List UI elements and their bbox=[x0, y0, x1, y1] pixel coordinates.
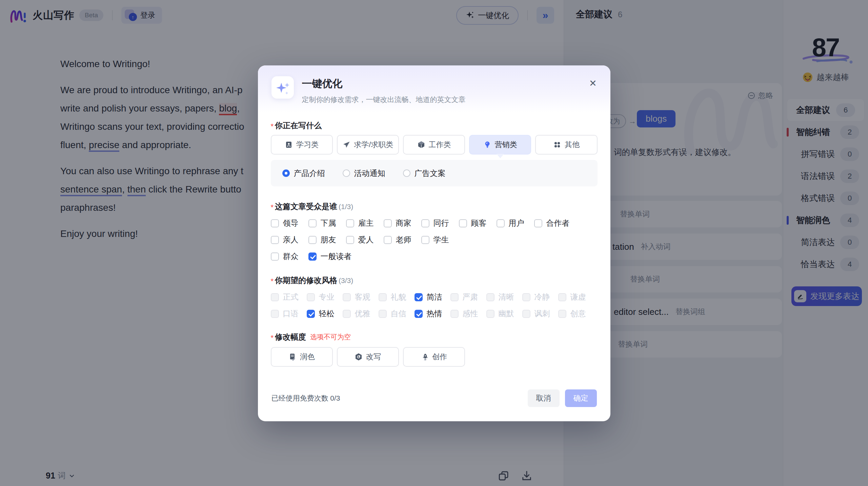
style-checkbox-colloquial[interactable]: 口语 bbox=[271, 308, 299, 319]
mode-create-button[interactable]: 创作 bbox=[403, 347, 465, 367]
radio-icon bbox=[343, 169, 350, 177]
tab-work[interactable]: 工作类 bbox=[403, 135, 465, 155]
style-checkbox-clear[interactable]: 清晰 bbox=[486, 292, 514, 302]
checkbox-icon bbox=[497, 219, 505, 227]
checkbox-icon bbox=[346, 219, 354, 227]
style-row-1: 正式 专业 客观 礼貌 简洁 严肃 清晰 冷静 谦虚 bbox=[271, 292, 598, 302]
style-checkbox-polite[interactable]: 礼貌 bbox=[379, 292, 406, 302]
audience-checkbox-partner[interactable]: 合作者 bbox=[534, 218, 570, 228]
audience-checkbox-employer[interactable]: 雇主 bbox=[346, 218, 374, 228]
rocket-icon bbox=[421, 353, 429, 361]
style-checkbox-modest[interactable]: 谦虚 bbox=[558, 292, 586, 302]
radio-product-intro[interactable]: 产品介绍 bbox=[282, 168, 325, 179]
checkbox-icon bbox=[522, 293, 530, 301]
free-usage-counter: 已经使用免费次数 0/3 bbox=[271, 393, 340, 403]
tab-application[interactable]: 求学/求职类 bbox=[337, 135, 399, 155]
audience-checkbox-customer[interactable]: 顾客 bbox=[459, 218, 487, 228]
checkbox-checked-icon bbox=[307, 310, 315, 318]
question-style: *你期望的修改风格(3/3) bbox=[271, 275, 598, 286]
audience-checkbox-teacher[interactable]: 老师 bbox=[384, 235, 411, 245]
style-checkbox-passionate[interactable]: 热情 bbox=[415, 308, 442, 319]
checkbox-icon bbox=[271, 310, 279, 318]
style-checkbox-concise[interactable]: 简洁 bbox=[415, 292, 442, 302]
checkbox-icon bbox=[271, 219, 279, 227]
document-pen-icon bbox=[288, 353, 297, 361]
checkbox-checked-icon bbox=[415, 310, 423, 318]
checkbox-icon bbox=[486, 293, 494, 301]
style-checkbox-confident[interactable]: 自信 bbox=[379, 308, 406, 319]
style-row-2: 口语 轻松 优雅 自信 热情 感性 幽默 讽刺 创意 bbox=[271, 308, 598, 319]
audience-row-1: 领导 下属 雇主 商家 同行 顾客 用户 合作者 bbox=[271, 218, 598, 228]
refresh-hexagon-icon bbox=[355, 353, 363, 361]
audience-checkbox-merchant[interactable]: 商家 bbox=[384, 218, 411, 228]
audience-row-3: 群众 一般读者 bbox=[271, 251, 598, 262]
checkbox-icon bbox=[522, 310, 530, 318]
audience-row-2: 亲人 朋友 爱人 老师 学生 bbox=[271, 235, 598, 245]
style-checkbox-humorous[interactable]: 幽默 bbox=[486, 308, 514, 319]
style-checkbox-calm[interactable]: 冷静 bbox=[522, 292, 550, 302]
id-card-icon bbox=[285, 141, 293, 149]
audience-checkbox-friend[interactable]: 朋友 bbox=[308, 235, 336, 245]
dots-grid-icon bbox=[553, 141, 561, 149]
tab-study[interactable]: 学习类 bbox=[271, 135, 333, 155]
close-icon[interactable]: ✕ bbox=[589, 79, 597, 88]
modal-header: 一键优化 定制你的修改需求，一键改出流畅、地道的英文文章 ✕ bbox=[258, 65, 610, 113]
validation-error: 选项不可为空 bbox=[310, 332, 351, 342]
mode-polish-button[interactable]: 润色 bbox=[271, 347, 333, 367]
checkbox-icon bbox=[421, 236, 429, 244]
checkbox-icon bbox=[450, 293, 459, 301]
confirm-button[interactable]: 确定 bbox=[565, 389, 597, 407]
checkbox-icon bbox=[379, 293, 387, 301]
sparkles-icon bbox=[271, 76, 294, 99]
style-checkbox-emotional[interactable]: 感性 bbox=[450, 308, 478, 319]
checkbox-icon bbox=[271, 252, 279, 261]
checkbox-checked-icon bbox=[415, 293, 423, 301]
style-checkbox-relaxed[interactable]: 轻松 bbox=[307, 308, 335, 319]
style-checkbox-elegant[interactable]: 优雅 bbox=[343, 308, 370, 319]
checkbox-icon bbox=[384, 236, 392, 244]
modal-footer: 已经使用免费次数 0/3 取消 确定 bbox=[258, 381, 610, 421]
question-writing-type: *你正在写什么 bbox=[271, 120, 598, 131]
audience-checkbox-peer[interactable]: 同行 bbox=[421, 218, 449, 228]
modal-subtitle: 定制你的修改需求，一键改出流畅、地道的英文文章 bbox=[302, 95, 466, 104]
checkbox-icon bbox=[308, 236, 317, 244]
checkbox-icon bbox=[343, 293, 351, 301]
audience-checkbox-subordinate[interactable]: 下属 bbox=[308, 218, 336, 228]
marketing-subtype-options: 产品介绍 活动通知 广告文案 bbox=[271, 160, 598, 186]
style-checkbox-creative[interactable]: 创意 bbox=[558, 308, 586, 319]
style-checkbox-professional[interactable]: 专业 bbox=[307, 292, 335, 302]
question-rewrite-degree: *修改幅度选项不可为空 bbox=[271, 332, 598, 342]
checkbox-icon bbox=[271, 236, 279, 244]
paper-plane-icon bbox=[342, 141, 350, 149]
checkbox-icon bbox=[534, 219, 542, 227]
radio-icon bbox=[403, 169, 410, 177]
checkbox-icon bbox=[308, 219, 317, 227]
style-checkbox-formal[interactable]: 正式 bbox=[271, 292, 299, 302]
radio-icon bbox=[282, 169, 290, 177]
style-checkbox-objective[interactable]: 客观 bbox=[343, 292, 370, 302]
tab-marketing[interactable]: 营销类 bbox=[469, 135, 531, 155]
checkbox-icon bbox=[421, 219, 429, 227]
tab-other[interactable]: 其他 bbox=[535, 135, 597, 155]
cancel-button[interactable]: 取消 bbox=[528, 389, 560, 407]
audience-checkbox-user[interactable]: 用户 bbox=[497, 218, 524, 228]
audience-checkbox-student[interactable]: 学生 bbox=[421, 235, 449, 245]
checkbox-icon bbox=[379, 310, 387, 318]
style-checkbox-serious[interactable]: 严肃 bbox=[450, 292, 478, 302]
radio-event-notice[interactable]: 活动通知 bbox=[343, 168, 385, 179]
mode-rewrite-button[interactable]: 改写 bbox=[337, 347, 399, 367]
question-audience: *这篇文章受众是谁(1/3) bbox=[271, 201, 598, 212]
audience-checkbox-family[interactable]: 亲人 bbox=[271, 235, 299, 245]
radio-ad-copy[interactable]: 广告文案 bbox=[403, 168, 446, 179]
checkbox-icon bbox=[343, 310, 351, 318]
optimize-modal: 一键优化 定制你的修改需求，一键改出流畅、地道的英文文章 ✕ *你正在写什么 学… bbox=[258, 65, 610, 421]
checkbox-icon bbox=[271, 293, 279, 301]
style-checkbox-sarcastic[interactable]: 讽刺 bbox=[522, 308, 550, 319]
audience-checkbox-leader[interactable]: 领导 bbox=[271, 218, 299, 228]
lightbulb-icon bbox=[483, 141, 491, 149]
checkbox-icon bbox=[384, 219, 392, 227]
audience-checkbox-public[interactable]: 群众 bbox=[271, 251, 299, 262]
checkbox-icon bbox=[307, 293, 315, 301]
audience-checkbox-general-reader[interactable]: 一般读者 bbox=[308, 251, 352, 262]
audience-checkbox-lover[interactable]: 爱人 bbox=[346, 235, 374, 245]
